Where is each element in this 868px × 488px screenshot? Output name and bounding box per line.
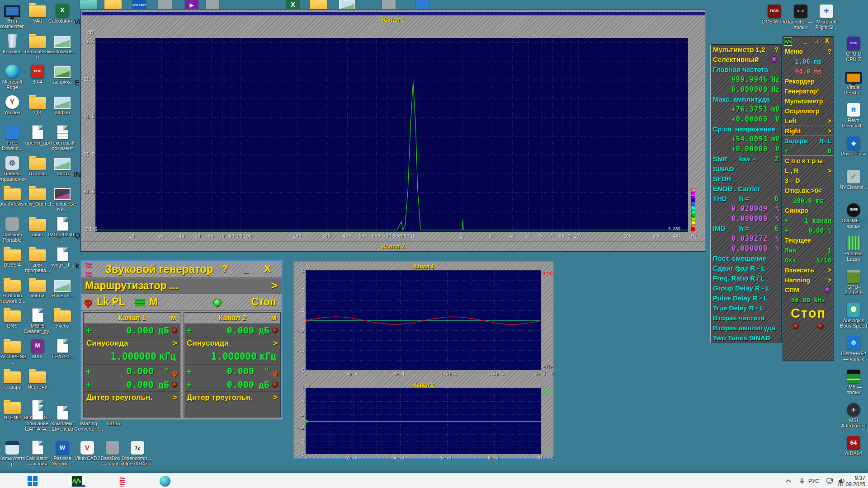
multimeter-measurement-label[interactable]: Главная частота: [711, 65, 781, 75]
generator-titlebar[interactable]: ≈≈ Звуковой генератор ? _ X: [81, 261, 282, 278]
router-button[interactable]: Маршрутизатор ... >: [81, 278, 282, 295]
phase-lock-button[interactable]: φ: [84, 296, 92, 308]
trigger-level-marker[interactable]: [306, 420, 309, 423]
menu-item[interactable]: Hanning>: [783, 275, 834, 285]
waveform-selector[interactable]: Синусоида>: [84, 338, 180, 350]
taskbar-edge-app[interactable]: [156, 474, 174, 488]
link-pl-buttons[interactable]: Lk PL: [97, 296, 125, 308]
menu-window-buttons[interactable]: _ □ X: [803, 37, 832, 44]
phase-control[interactable]: +0.000°φ: [84, 365, 180, 378]
scope-plot[interactable]: [306, 388, 541, 454]
taskbar-spectralab-app[interactable]: [68, 474, 86, 488]
multimeter-measurement-label[interactable]: THDh =6: [711, 194, 781, 204]
delay-label[interactable]: ЗадержR–L: [783, 136, 834, 146]
desktop-icon[interactable]: ⚙Dism++x64 — ярлык: [839, 334, 868, 361]
multimeter-measurement-label[interactable]: Two Tones SINAD: [711, 333, 781, 343]
waveform-selector[interactable]: Синусоида>: [184, 338, 280, 350]
menu-item[interactable]: Текущее: [783, 235, 834, 245]
menu-item[interactable]: Осциллогр: [783, 106, 834, 116]
desktop-icon[interactable]: T.PAx20...: [48, 338, 77, 359]
menu-titlebar[interactable]: _ □ X: [783, 37, 834, 47]
menu-item[interactable]: Рекордер: [783, 76, 834, 86]
desktop-icon[interactable]: 7zopencomp... OpenXR47.7z: [123, 439, 152, 467]
multimeter-measurement-label[interactable]: Макс. амплитуда: [711, 94, 781, 104]
desktop-icon[interactable]: ✓NVCleanst...: [839, 168, 868, 190]
channel-mode-button[interactable]: ·М·: [169, 314, 178, 322]
multimeter-title[interactable]: Мультиметр 1,2?: [711, 45, 781, 55]
desktop-icon[interactable]: Process Lasso: [839, 235, 868, 262]
gain-control[interactable]: +0.000дБ: [84, 378, 180, 392]
channel-level-control[interactable]: +0.000дБ: [184, 324, 280, 338]
level-led[interactable]: [172, 328, 178, 333]
frequency-control[interactable]: 1.000000кГц: [184, 350, 280, 365]
toggle-led[interactable]: [825, 287, 830, 293]
multimeter-measurement-label[interactable]: Вторая амплитуда: [711, 323, 781, 333]
desktop-icon[interactable]: Virtual Deskto...: [839, 68, 868, 95]
desktop-icon[interactable]: GPU-Z.2.64.0: [839, 268, 868, 295]
multimeter-measurement-label[interactable]: True Delay R - L: [711, 303, 781, 313]
help-button[interactable]: ?: [827, 47, 831, 56]
menu-item[interactable]: С п е к т р ы: [783, 156, 834, 166]
desktop-icon[interactable]: 64AIDA64: [839, 434, 868, 456]
adjustable-value[interactable]: +0.00 %: [783, 225, 834, 235]
channel-mode-button[interactable]: ·М·: [269, 314, 278, 322]
desktop-icon[interactable]: RRevo Uninstall...: [839, 101, 868, 128]
desktop-icon[interactable]: DCSDCS World: [760, 3, 789, 24]
gain-led[interactable]: [172, 382, 178, 388]
spectrum-channel2-title[interactable]: Канал 2: [81, 243, 706, 250]
multimeter-mode-toggle[interactable]: Селективный: [711, 55, 781, 65]
help-button[interactable]: ?: [774, 45, 778, 55]
m-button[interactable]: M: [149, 296, 158, 308]
menu-stop-button[interactable]: Стоп: [783, 305, 834, 321]
tray-expand-chevron-icon[interactable]: [786, 474, 791, 488]
scale-setting[interactable]: Окт1/16: [783, 255, 834, 265]
desktop-icon[interactable]: Я и Вад...: [48, 277, 77, 298]
menu-item[interactable]: Left>: [783, 116, 834, 126]
mode-led[interactable]: [771, 56, 778, 63]
adjustable-value[interactable]: +1 канал: [783, 216, 834, 225]
phase-control[interactable]: +0.000°φ: [184, 365, 280, 378]
desktop-icon[interactable]: VVituixCAD2: [73, 439, 102, 461]
start-button[interactable]: [24, 474, 42, 488]
desktop-icon[interactable]: ✈MSI Afterburner: [839, 401, 868, 428]
multimeter-measurement-label[interactable]: ENOB . Carrier: [711, 184, 781, 194]
dither-selector[interactable]: Дитер треугольн.>: [84, 392, 180, 404]
desktop-icon[interactable]: Текстовый документ: [48, 124, 77, 151]
scope-trigger-annotation[interactable]: ◄Л●: [542, 449, 553, 454]
spectrum-window-titlebar[interactable]: [82, 12, 705, 15]
desktop-icon[interactable]: ✈Microsoft Flight Si...: [812, 3, 841, 30]
language-indicator[interactable]: РУС: [808, 474, 819, 488]
channel-header[interactable]: Канал 1·М·: [84, 313, 180, 324]
desktop-icon[interactable]: windowsde...: [48, 33, 77, 54]
scale-setting[interactable]: Лин1: [783, 245, 834, 255]
taskbar-generator-app[interactable]: ≈≈: [113, 474, 131, 488]
multimeter-measurement-label[interactable]: IMDh =6: [711, 224, 781, 234]
multimeter-measurement-label[interactable]: SINAD: [711, 164, 781, 174]
menu-item[interactable]: Мультиметр: [783, 96, 834, 106]
generator-window-buttons[interactable]: ? _ X: [222, 263, 277, 275]
dither-selector[interactable]: Дитер треугольн.>: [184, 392, 280, 404]
adjustable-value[interactable]: +0: [783, 146, 834, 156]
clock[interactable]: 9:37 01.09.2025: [838, 475, 865, 488]
menu-item[interactable]: Синхро: [783, 206, 834, 216]
gain-control[interactable]: +0.000дБ: [184, 378, 280, 392]
desktop-icon[interactable]: Auslogics BoostSpeed: [839, 301, 868, 328]
network-icon[interactable]: [826, 474, 834, 488]
desktop-icon[interactable]: Учеба: [48, 307, 77, 328]
spectrum-plot[interactable]: [95, 38, 688, 232]
multimeter-measurement-label[interactable]: Вторая частота: [711, 313, 781, 323]
scope-trigger-annotation[interactable]: ◄Л►: [542, 365, 555, 370]
multimeter-measurement-label[interactable]: Сдвиг фаз R - L: [711, 263, 781, 273]
menu-item[interactable]: Right>: [783, 126, 834, 136]
trigger-level-marker[interactable]: [306, 319, 309, 323]
level-led[interactable]: [272, 328, 278, 333]
frequency-control[interactable]: 1.000000кГц: [84, 350, 180, 365]
desktop-icon[interactable]: Комплекс Шмелёва: [48, 404, 77, 432]
multimeter-measurement-label[interactable]: Freq. Ratio R / L: [711, 273, 781, 283]
multimeter-measurement-label[interactable]: Pulse Delay R - L: [711, 293, 781, 303]
menu-item[interactable]: 3 – D: [783, 176, 834, 186]
desktop-icon[interactable]: TemplateGen k...: [48, 185, 77, 212]
multimeter-measurement-label[interactable]: Ср.кв. напряжение: [711, 124, 781, 134]
generator-stop-button[interactable]: Стоп: [251, 296, 276, 308]
multimeter-measurement-label[interactable]: Group Delay R - L: [711, 283, 781, 293]
